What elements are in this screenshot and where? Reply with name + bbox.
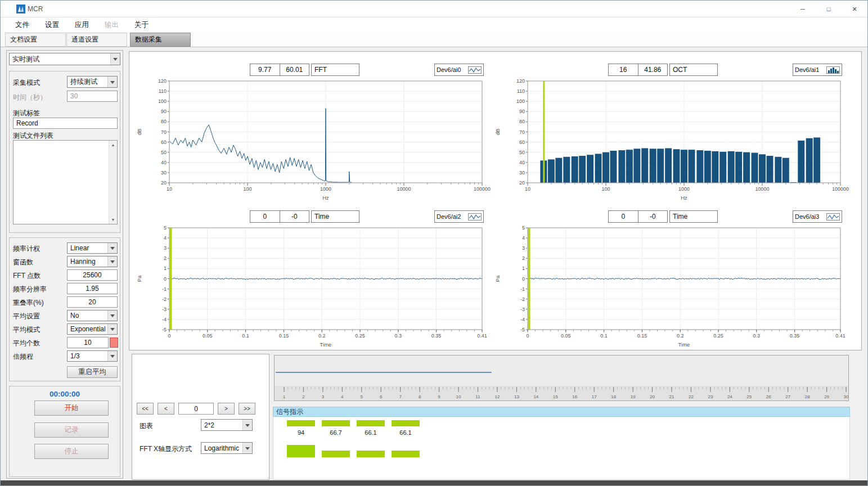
svg-text:70: 70 bbox=[161, 129, 167, 135]
tab-channel-settings[interactable]: 通道设置 bbox=[66, 33, 127, 47]
start-button[interactable]: 开始 bbox=[34, 400, 109, 416]
svg-text:0.35: 0.35 bbox=[431, 333, 442, 339]
average-count-indicator bbox=[110, 338, 118, 348]
svg-text:20: 20 bbox=[519, 180, 525, 186]
elapsed-timer: 00:00:00 bbox=[10, 390, 120, 398]
svg-text:16: 16 bbox=[572, 394, 577, 399]
test-label-input[interactable]: Record bbox=[13, 118, 118, 129]
octave-select[interactable]: 1/3 bbox=[67, 350, 118, 362]
level-bar bbox=[357, 420, 385, 426]
timeline-strip[interactable]: 1234567891011121314151617181920212223242… bbox=[274, 355, 849, 401]
channel-selector-ai2[interactable]: Dev6/ai2 bbox=[434, 210, 484, 223]
svg-text:dB: dB bbox=[136, 129, 142, 136]
svg-text:23: 23 bbox=[708, 394, 713, 399]
tab-bar: 文档设置 通道设置 数据采集 bbox=[1, 32, 867, 47]
time-plot-ai3[interactable]: -5-4-3-2-101234500.050.10.150.20.250.30.… bbox=[492, 225, 852, 350]
overlap-label: 重叠率(%) bbox=[13, 298, 44, 308]
acquisition-group: 采集模式 持续测试 时间（秒） 30 测试标签 Record 测试文件列表 ▲ … bbox=[9, 71, 120, 233]
test-mode-select[interactable]: 实时测试 bbox=[9, 53, 120, 65]
svg-text:-1: -1 bbox=[162, 286, 167, 292]
maximize-button[interactable]: □ bbox=[816, 1, 842, 17]
chart-type-label: FFT bbox=[311, 64, 359, 76]
chart-layout-select[interactable]: 2*2 bbox=[201, 419, 253, 431]
scroll-up-icon[interactable]: ▲ bbox=[109, 141, 117, 149]
svg-text:0: 0 bbox=[164, 276, 167, 282]
channel-selector-ai0[interactable]: Dev6/ai0 bbox=[434, 64, 484, 76]
svg-text:50: 50 bbox=[519, 150, 525, 155]
svg-text:1: 1 bbox=[164, 266, 167, 271]
nav-first-button[interactable]: << bbox=[137, 403, 154, 415]
restart-average-button[interactable]: 重启平均 bbox=[67, 366, 118, 378]
freq-weighting-select[interactable]: Linear bbox=[67, 242, 118, 254]
svg-text:21: 21 bbox=[669, 394, 674, 399]
channel-selector-ai3[interactable]: Dev6/ai3 bbox=[793, 210, 842, 223]
svg-text:0.41: 0.41 bbox=[835, 333, 845, 339]
level-bar bbox=[287, 420, 315, 426]
average-count-input[interactable]: 10 bbox=[67, 337, 109, 348]
peak-bar bbox=[357, 451, 385, 457]
test-file-listbox[interactable]: ▲ ▼ bbox=[13, 140, 118, 224]
menu-about[interactable]: 关于 bbox=[127, 17, 156, 32]
svg-text:0: 0 bbox=[526, 333, 529, 339]
freq-resolution-input[interactable]: 1.95 bbox=[67, 283, 118, 294]
chart-cell-oct: 16 41.86 OCT Dev6/ai1 203040506070809010… bbox=[492, 64, 852, 204]
svg-text:0.05: 0.05 bbox=[561, 333, 571, 339]
svg-text:3: 3 bbox=[322, 394, 325, 399]
display-options-panel: << < 0 > >> 图表 2*2 FFT X轴显示方式 Logarithmi… bbox=[132, 354, 269, 480]
svg-text:-3: -3 bbox=[520, 307, 525, 312]
svg-text:14: 14 bbox=[533, 394, 538, 399]
minimize-button[interactable]: ─ bbox=[790, 1, 816, 17]
svg-text:Time: Time bbox=[678, 341, 690, 348]
nav-last-button[interactable]: >> bbox=[239, 403, 255, 415]
acquisition-mode-select[interactable]: 持续测试 bbox=[67, 76, 118, 88]
oct-plot[interactable]: 2030405060708090100110120101001000100001… bbox=[492, 78, 852, 203]
svg-text:1000: 1000 bbox=[678, 186, 690, 192]
svg-text:100: 100 bbox=[243, 186, 251, 192]
channel-selector-ai1[interactable]: Dev6/ai1 bbox=[793, 64, 842, 76]
nav-prev-button[interactable]: < bbox=[158, 403, 174, 415]
chart-type-label: Time bbox=[669, 210, 718, 223]
svg-text:0.3: 0.3 bbox=[395, 333, 402, 339]
nav-index-input[interactable]: 0 bbox=[178, 403, 214, 415]
svg-text:Hz: Hz bbox=[681, 195, 687, 201]
svg-text:-4: -4 bbox=[520, 317, 525, 322]
svg-text:Hz: Hz bbox=[322, 195, 329, 201]
svg-text:30: 30 bbox=[519, 170, 525, 176]
average-mode-select[interactable]: Exponential bbox=[67, 323, 118, 335]
average-setting-select[interactable]: No bbox=[67, 310, 118, 321]
test-file-list-label: 测试文件列表 bbox=[13, 131, 53, 141]
scroll-down-icon[interactable]: ▼ bbox=[109, 215, 117, 224]
close-button[interactable]: ✕ bbox=[842, 1, 867, 17]
svg-text:120: 120 bbox=[516, 78, 525, 84]
svg-text:-5: -5 bbox=[162, 327, 167, 332]
fft-plot[interactable]: 2030405060708090100110120101001000100001… bbox=[133, 78, 493, 203]
cursor-y-value: 60.01 bbox=[280, 64, 309, 75]
listbox-scrollbar[interactable]: ▲ ▼ bbox=[109, 141, 117, 224]
tab-data-acquisition[interactable]: 数据采集 bbox=[130, 33, 191, 47]
window-function-select[interactable]: Hanning bbox=[67, 256, 118, 267]
svg-text:4: 4 bbox=[164, 235, 167, 241]
chart-layout-label: 图表 bbox=[140, 421, 153, 431]
svg-text:1: 1 bbox=[522, 266, 525, 271]
menu-settings[interactable]: 设置 bbox=[37, 17, 67, 32]
fft-x-axis-select[interactable]: Logarithmic bbox=[201, 442, 253, 454]
svg-text:-3: -3 bbox=[162, 307, 167, 312]
svg-text:7: 7 bbox=[399, 394, 402, 399]
window-title: MCR bbox=[28, 5, 43, 13]
time-plot-ai2[interactable]: -5-4-3-2-101234500.050.10.150.20.250.30.… bbox=[133, 225, 493, 350]
svg-text:0.15: 0.15 bbox=[637, 333, 647, 339]
menu-apply[interactable]: 应用 bbox=[67, 17, 97, 32]
svg-text:0.2: 0.2 bbox=[677, 333, 684, 339]
menu-file[interactable]: 文件 bbox=[7, 17, 37, 32]
level-value: 94 bbox=[287, 429, 315, 436]
fft-points-input[interactable]: 25600 bbox=[67, 269, 118, 281]
tab-document-settings[interactable]: 文档设置 bbox=[5, 33, 66, 47]
svg-text:13: 13 bbox=[514, 394, 519, 399]
svg-text:Time: Time bbox=[320, 341, 332, 348]
overlap-input[interactable]: 20 bbox=[67, 296, 118, 308]
svg-text:4: 4 bbox=[522, 235, 525, 241]
svg-text:5: 5 bbox=[361, 394, 363, 399]
svg-text:8: 8 bbox=[419, 394, 421, 399]
svg-text:0.2: 0.2 bbox=[318, 333, 326, 339]
nav-next-button[interactable]: > bbox=[218, 403, 235, 415]
